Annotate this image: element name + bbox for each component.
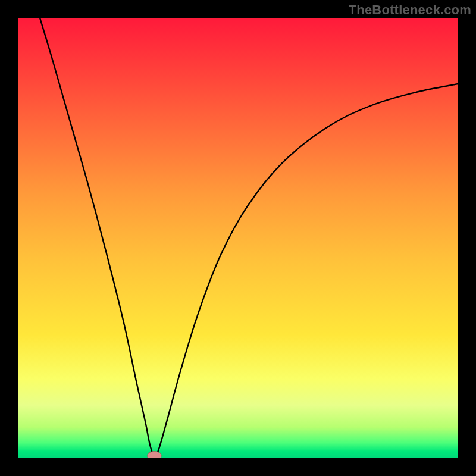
chart-frame: TheBottleneck.com bbox=[0, 0, 476, 476]
watermark-text: TheBottleneck.com bbox=[349, 2, 471, 18]
minimum-marker bbox=[148, 452, 162, 458]
chart-plot-area bbox=[18, 18, 458, 458]
chart-svg bbox=[18, 18, 458, 458]
chart-background bbox=[18, 18, 458, 458]
